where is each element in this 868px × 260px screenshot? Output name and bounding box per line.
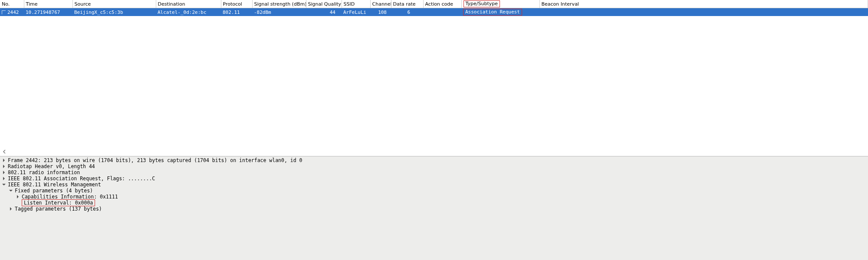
chevron-right-icon[interactable] — [16, 195, 20, 199]
col-header-time[interactable]: Time — [24, 0, 72, 8]
cell-signal: -82dBm — [252, 8, 306, 16]
cell-ssid: ArFeLuLi — [342, 8, 370, 16]
chevron-right-icon[interactable] — [9, 207, 13, 211]
tree-frame[interactable]: Frame 2442: 213 bytes on wire (1704 bits… — [0, 157, 868, 163]
cell-quality: 44 — [306, 8, 342, 16]
cell-type-value: Association Request — [463, 9, 522, 16]
packet-row-selected[interactable]: 2442 10.271948767 BeijingX_c5:c5:3b Alca… — [0, 8, 868, 16]
tree-fixed-params-label: Fixed parameters (4 bytes) — [15, 188, 93, 194]
tree-caps-info-label: Capabilities Information: 0x1111 — [22, 194, 118, 200]
tree-caps-info[interactable]: Capabilities Information: 0x1111 — [0, 194, 868, 200]
packet-list-pane: No. Time Source Destination Protocol Sig… — [0, 0, 868, 16]
first-packet-marker-icon — [2, 10, 6, 14]
tree-wmgmt-label: IEEE 802.11 Wireless Management — [8, 182, 101, 188]
cell-channel: 108 — [370, 8, 391, 16]
tree-radioinfo-label: 802.11 radio information — [8, 169, 80, 176]
col-header-protocol[interactable]: Protocol — [221, 0, 252, 8]
cell-no: 2442 — [0, 8, 24, 16]
col-header-signal[interactable]: Signal strength (dBm) — [252, 0, 306, 8]
packet-table-header: No. Time Source Destination Protocol Sig… — [0, 0, 868, 8]
chevron-right-icon[interactable] — [2, 176, 6, 181]
tree-assocreq-label: IEEE 802.11 Association Request, Flags: … — [8, 176, 155, 182]
chevron-right-icon[interactable] — [2, 164, 6, 169]
cell-datarate: 6 — [391, 8, 423, 16]
chevron-down-icon[interactable] — [2, 182, 6, 187]
tree-radioinfo[interactable]: 802.11 radio information — [0, 169, 868, 176]
tree-fixed-params[interactable]: Fixed parameters (4 bytes) — [0, 188, 868, 194]
chevron-down-icon[interactable] — [9, 188, 13, 193]
col-header-type-label: Type/Subtype — [464, 0, 500, 7]
cell-type: Association Request — [461, 8, 539, 16]
tree-tagged-params[interactable]: Tagged parameters (137 bytes) — [0, 206, 868, 212]
col-header-no[interactable]: No. — [0, 0, 24, 8]
tree-radiotap-label: Radiotap Header v0, Length 44 — [8, 163, 95, 169]
tree-assocreq[interactable]: IEEE 802.11 Association Request, Flags: … — [0, 176, 868, 182]
cell-dest: Alcatel-_0d:2e:bc — [156, 8, 221, 16]
cell-no-value: 2442 — [7, 10, 19, 15]
col-header-source[interactable]: Source — [72, 0, 156, 8]
col-header-channel[interactable]: Channel — [370, 0, 391, 8]
tree-frame-label: Frame 2442: 213 bytes on wire (1704 bits… — [8, 157, 302, 163]
packet-list-empty-area[interactable] — [0, 16, 868, 156]
tree-wmgmt[interactable]: IEEE 802.11 Wireless Management — [0, 182, 868, 188]
col-header-destination[interactable]: Destination — [156, 0, 221, 8]
cell-source: BeijingX_c5:c5:3b — [72, 8, 156, 16]
tree-tagged-params-label: Tagged parameters (137 bytes) — [15, 206, 102, 212]
col-header-datarate[interactable]: Data rate — [391, 0, 423, 8]
packet-details-pane: Frame 2442: 213 bytes on wire (1704 bits… — [0, 156, 868, 260]
col-header-quality[interactable]: Signal Quality — [306, 0, 342, 8]
col-header-ssid[interactable]: SSID — [342, 0, 370, 8]
chevron-right-icon[interactable] — [2, 158, 6, 162]
tree-listen-interval-label: Listen Interval: 0x000a — [22, 199, 95, 206]
packet-table: No. Time Source Destination Protocol Sig… — [0, 0, 868, 16]
col-header-beacon[interactable]: Beacon Interval — [539, 0, 868, 8]
tree-listen-interval[interactable]: Listen Interval: 0x000a — [0, 200, 868, 206]
cell-action — [423, 8, 461, 16]
tree-radiotap[interactable]: Radiotap Header v0, Length 44 — [0, 163, 868, 169]
chevron-right-icon[interactable] — [2, 170, 6, 175]
scroll-left-icon[interactable] — [2, 149, 7, 154]
col-header-action[interactable]: Action code — [423, 0, 461, 8]
cell-time: 10.271948767 — [24, 8, 72, 16]
col-header-type[interactable]: Type/Subtype — [461, 0, 539, 8]
cell-beacon — [539, 8, 868, 16]
cell-proto: 802.11 — [221, 8, 252, 16]
